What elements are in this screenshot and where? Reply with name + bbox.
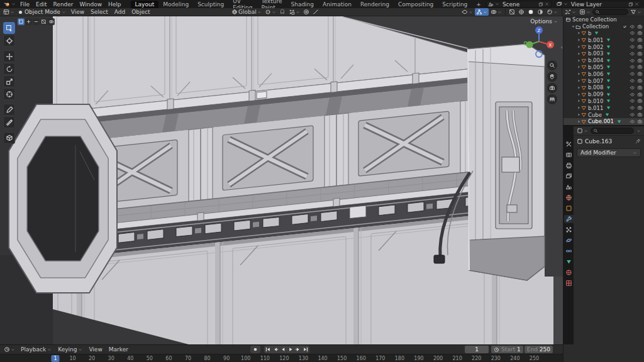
new-view-layer-icon[interactable]	[628, 2, 633, 7]
hide-eye-icon[interactable]	[630, 64, 635, 70]
disclosure-right-icon[interactable]	[577, 38, 581, 42]
properties-tab-data[interactable]	[564, 258, 574, 266]
frame-range-end[interactable]: End 250	[525, 346, 553, 353]
tab-shading[interactable]: Shading	[286, 1, 318, 8]
tab-sculpting[interactable]: Sculpting	[193, 1, 228, 8]
properties-tab-scene[interactable]	[564, 183, 574, 191]
blender-logo-icon[interactable]	[3, 1, 17, 8]
hide-eye-icon[interactable]	[630, 30, 635, 36]
gizmos-button[interactable]	[475, 8, 489, 16]
disclosure-right-icon[interactable]	[577, 79, 581, 83]
menu-help[interactable]: Help	[105, 0, 125, 8]
xray-toggle[interactable]	[508, 8, 516, 16]
tab-compositing[interactable]: Compositing	[394, 1, 438, 8]
viewport-menu-select[interactable]: Select	[87, 8, 111, 16]
timeline-ruler[interactable]: 1 10203040506070809010011012013014015016…	[0, 354, 563, 362]
tool-transform[interactable]	[3, 88, 15, 100]
sidebar-collapse-arrow[interactable]: ‹	[560, 44, 563, 50]
select-mode-subtract[interactable]	[33, 18, 40, 25]
disclosure-right-icon[interactable]	[577, 119, 581, 124]
shading-solid-button[interactable]	[526, 8, 535, 16]
play-button[interactable]	[287, 346, 294, 353]
outliner-row-b-010[interactable]: b.010	[564, 98, 644, 105]
use-preview-range-icon[interactable]	[494, 347, 499, 353]
menu-edit[interactable]: Edit	[33, 0, 50, 8]
tab-modeling[interactable]: Modeling	[158, 1, 193, 8]
outliner-row-collection[interactable]: Collection	[564, 23, 644, 30]
hide-eye-icon[interactable]	[630, 44, 635, 50]
outliner-row-b-007[interactable]: b.007	[564, 77, 644, 84]
disclosure-right-icon[interactable]	[577, 65, 581, 69]
shading-material-button[interactable]	[536, 8, 545, 16]
disable-render-camera-icon[interactable]	[637, 30, 643, 36]
disclosure-right-icon[interactable]	[577, 45, 581, 49]
viewport-menu-view[interactable]: View	[68, 8, 87, 16]
properties-tab-physics[interactable]	[564, 236, 574, 244]
mode-selector[interactable]: Object Mode	[16, 8, 68, 16]
tool-scale[interactable]	[3, 75, 15, 87]
properties-tab-render[interactable]	[564, 151, 574, 159]
timeline-menu-view[interactable]: View	[86, 346, 105, 354]
jump-to-end-button[interactable]	[302, 346, 309, 353]
proportional-editing-toggle[interactable]	[302, 8, 311, 16]
disable-render-camera-icon[interactable]	[637, 64, 643, 70]
outliner-display-mode[interactable]	[578, 8, 592, 16]
disable-render-camera-icon[interactable]	[637, 37, 643, 43]
outliner-row-b-008[interactable]: b.008	[564, 84, 644, 91]
hide-eye-icon[interactable]	[630, 71, 635, 77]
timeline-menu-playback[interactable]: Playback	[18, 346, 55, 354]
properties-tab-object[interactable]	[564, 204, 574, 212]
exclude-checkbox[interactable]	[622, 24, 628, 30]
disable-render-camera-icon[interactable]	[637, 105, 643, 111]
snap-settings[interactable]	[287, 8, 301, 16]
disclosure-right-icon[interactable]	[577, 31, 581, 35]
editor-type-button[interactable]	[2, 8, 16, 16]
disclosure-right-icon[interactable]	[577, 52, 581, 56]
hide-eye-icon[interactable]	[630, 112, 635, 118]
tool-rotate[interactable]	[3, 63, 15, 75]
proportional-falloff[interactable]	[311, 8, 320, 16]
tab-scripting[interactable]: Scripting	[438, 1, 472, 8]
hide-eye-icon[interactable]	[630, 105, 635, 111]
object-visibility-button[interactable]	[460, 8, 474, 16]
tool-measure[interactable]	[3, 116, 15, 128]
outliner-row-b-001[interactable]: b.001	[564, 36, 644, 43]
tab-animation[interactable]: Animation	[318, 1, 356, 8]
outliner-row-scene collection[interactable]: Scene Collection	[564, 16, 644, 23]
tool-cursor[interactable]	[3, 35, 15, 47]
disable-render-camera-icon[interactable]	[637, 85, 643, 90]
pan-button[interactable]	[547, 72, 557, 82]
new-scene-icon[interactable]	[538, 2, 543, 7]
disable-render-camera-icon[interactable]	[637, 98, 643, 104]
viewport-menu-object[interactable]: Object	[128, 8, 153, 16]
orthographic-toggle-button[interactable]	[547, 94, 557, 104]
timeline-editor-type-button[interactable]	[3, 346, 16, 353]
pin-icon[interactable]	[635, 138, 641, 144]
overlays-button[interactable]	[489, 8, 503, 16]
disclosure-right-icon[interactable]	[577, 92, 581, 97]
disable-render-camera-icon[interactable]	[637, 78, 643, 84]
current-frame-indicator[interactable]: 1	[51, 355, 59, 362]
disable-render-camera-icon[interactable]	[637, 58, 643, 63]
properties-tab-texture[interactable]	[564, 279, 574, 287]
hide-eye-icon[interactable]	[630, 58, 635, 63]
tab-rendering[interactable]: Rendering	[356, 1, 394, 8]
hide-eye-icon[interactable]	[630, 92, 635, 97]
outliner-row-b[interactable]: b	[564, 30, 644, 37]
options-button[interactable]: Options	[530, 18, 558, 25]
menu-render[interactable]: Render	[50, 0, 77, 8]
properties-options-button[interactable]	[635, 127, 642, 134]
camera-view-button[interactable]	[547, 83, 557, 93]
shading-rendered-button[interactable]	[545, 8, 559, 16]
disclosure-right-icon[interactable]	[577, 106, 581, 110]
add-modifier-dropdown[interactable]: Add Modifier	[577, 148, 641, 157]
add-workspace-button[interactable]: +	[472, 1, 486, 8]
hide-eye-icon[interactable]	[630, 78, 635, 84]
disclosure-right-icon[interactable]	[577, 85, 581, 90]
disclosure-right-icon[interactable]	[577, 72, 581, 76]
shading-wireframe-button[interactable]	[517, 8, 526, 16]
outliner-row-b-005[interactable]: b.005	[564, 64, 644, 71]
properties-tab-material[interactable]	[564, 268, 574, 277]
pivot-selector[interactable]	[264, 8, 277, 16]
select-mode-set[interactable]	[18, 18, 25, 25]
